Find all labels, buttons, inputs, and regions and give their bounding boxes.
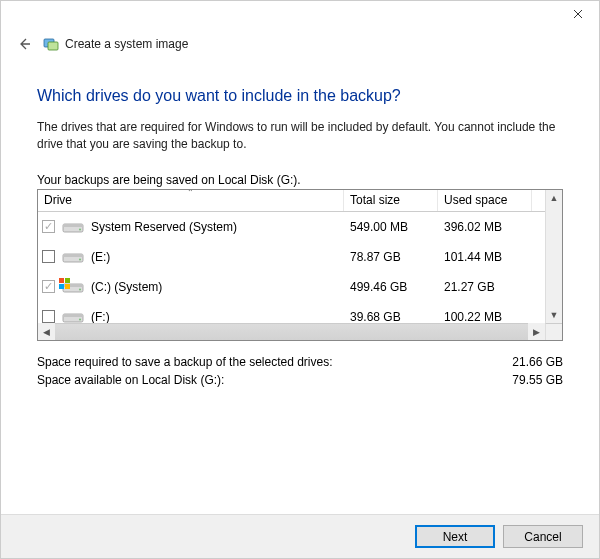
back-button[interactable] [15, 35, 33, 53]
scroll-track[interactable] [55, 324, 528, 340]
drive-total-size: 78.87 GB [344, 250, 438, 264]
drive-checkbox: ✓ [42, 280, 55, 293]
cancel-button[interactable]: Cancel [503, 525, 583, 548]
svg-rect-16 [63, 314, 83, 317]
column-header-drive[interactable]: Drive ⌃ [38, 190, 344, 211]
drive-icon [61, 249, 85, 265]
table-row[interactable]: (E:) 78.87 GB 101.44 MB [38, 242, 562, 272]
drive-total-size: 549.00 MB [344, 220, 438, 234]
back-arrow-icon [16, 36, 32, 52]
svg-rect-1 [48, 42, 58, 50]
saved-on-label: Your backups are being saved on Local Di… [37, 173, 563, 187]
drive-icon [61, 309, 85, 324]
svg-rect-12 [65, 278, 70, 283]
drive-checkbox[interactable] [42, 250, 55, 263]
grid-header: Drive ⌃ Total size Used space [38, 190, 562, 212]
drive-name: (E:) [91, 250, 110, 264]
svg-rect-14 [65, 284, 70, 289]
svg-point-17 [79, 318, 81, 320]
drive-checkbox[interactable] [42, 310, 55, 323]
horizontal-scrollbar[interactable]: ◀ ▶ [38, 323, 545, 340]
space-available-value: 79.55 GB [512, 373, 563, 387]
svg-rect-11 [59, 278, 64, 283]
page-heading: Which drives do you want to include in t… [37, 87, 563, 105]
scroll-right-icon[interactable]: ▶ [528, 323, 545, 340]
wizard-header: Create a system image [1, 29, 599, 53]
sort-indicator-icon: ⌃ [187, 189, 194, 197]
drive-total-size: 499.46 GB [344, 280, 438, 294]
svg-point-10 [79, 288, 81, 290]
svg-point-4 [79, 228, 81, 230]
page-description: The drives that are required for Windows… [37, 119, 563, 153]
drive-used-space: 101.44 MB [438, 250, 532, 264]
summary: Space required to save a backup of the s… [37, 355, 563, 387]
scroll-corner [545, 323, 562, 340]
space-available-label: Space available on Local Disk (G:): [37, 373, 224, 387]
svg-point-7 [79, 258, 81, 260]
drive-name: (C:) (System) [91, 280, 162, 294]
system-image-icon [43, 36, 59, 52]
space-required-label: Space required to save a backup of the s… [37, 355, 333, 369]
svg-rect-6 [63, 254, 83, 257]
wizard-footer: Next Cancel [1, 514, 599, 558]
next-button[interactable]: Next [415, 525, 495, 548]
drive-name: (F:) [91, 310, 110, 324]
vertical-scrollbar[interactable]: ▲ ▼ [545, 190, 562, 324]
svg-rect-13 [59, 284, 64, 289]
column-header-used-space[interactable]: Used space [438, 190, 532, 211]
drive-icon [61, 279, 85, 295]
drive-total-size: 39.68 GB [344, 310, 438, 324]
drive-used-space: 100.22 MB [438, 310, 532, 324]
drives-grid: Drive ⌃ Total size Used space ✓ System R… [37, 189, 563, 341]
column-header-total-size[interactable]: Total size [344, 190, 438, 211]
drive-used-space: 396.02 MB [438, 220, 532, 234]
titlebar [1, 1, 599, 29]
drive-name: System Reserved (System) [91, 220, 237, 234]
drive-used-space: 21.27 GB [438, 280, 532, 294]
scroll-up-icon[interactable]: ▲ [546, 190, 562, 207]
space-required-value: 21.66 GB [512, 355, 563, 369]
drive-checkbox: ✓ [42, 220, 55, 233]
scroll-down-icon[interactable]: ▼ [546, 307, 562, 324]
table-row[interactable]: ✓ (C:) (System) 499.46 GB 21.27 GB [38, 272, 562, 302]
table-row[interactable]: ✓ System Reserved (System) 549.00 MB 396… [38, 212, 562, 242]
table-row[interactable]: (F:) 39.68 GB 100.22 MB [38, 302, 562, 324]
close-icon [573, 9, 583, 19]
windows-flag-icon [59, 278, 71, 290]
content-area: Which drives do you want to include in t… [1, 53, 599, 387]
wizard-title: Create a system image [65, 37, 188, 51]
drive-icon [61, 219, 85, 235]
grid-body: ✓ System Reserved (System) 549.00 MB 396… [38, 212, 562, 324]
scroll-left-icon[interactable]: ◀ [38, 323, 55, 340]
svg-rect-3 [63, 224, 83, 227]
close-button[interactable] [557, 1, 599, 27]
